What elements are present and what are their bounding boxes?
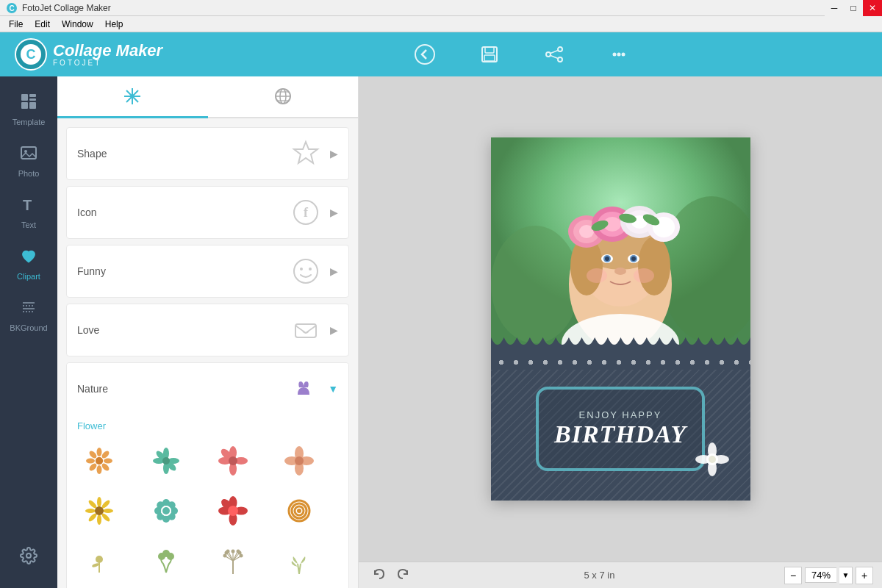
- icon-arrow: ▶: [330, 207, 338, 218]
- svg-point-11: [613, 53, 617, 57]
- sidebar-item-photo[interactable]: Photo: [0, 135, 57, 187]
- flower-item-7[interactable]: [277, 489, 321, 533]
- svg-point-139: [587, 268, 607, 283]
- logo-circle: C: [15, 38, 47, 71]
- flower-item-5[interactable]: [144, 489, 188, 533]
- zoom-in-btn[interactable]: +: [856, 567, 873, 584]
- minimize-btn[interactable]: ─: [825, 0, 844, 16]
- undo-btn[interactable]: [368, 567, 391, 584]
- zoom-out-btn[interactable]: −: [784, 567, 802, 584]
- flower-item-4[interactable]: [77, 489, 121, 533]
- menu-edit[interactable]: Edit: [29, 18, 56, 31]
- flower-item-0[interactable]: [77, 439, 121, 483]
- svg-point-120: [226, 550, 229, 553]
- svg-point-72: [97, 497, 101, 507]
- funny-label: Funny: [77, 265, 287, 277]
- tab-clipart-library[interactable]: [57, 76, 208, 118]
- maximize-btn[interactable]: □: [844, 0, 863, 16]
- flower-section: Flower: [67, 415, 348, 588]
- logo-sub: FOTOJET: [53, 59, 162, 67]
- menu-window[interactable]: Window: [56, 18, 99, 31]
- category-icon[interactable]: Icon f ▶: [66, 186, 349, 239]
- flower-item-11[interactable]: [277, 539, 321, 583]
- logo-c-letter: C: [26, 47, 36, 62]
- panel-tabs: [57, 76, 358, 118]
- flower-item-9[interactable]: [144, 539, 188, 583]
- icon-label: Icon: [77, 207, 287, 218]
- svg-point-41: [300, 268, 303, 270]
- settings-icon: [20, 547, 37, 569]
- window-title: FotoJet Collage Maker: [22, 3, 111, 13]
- svg-point-115: [231, 550, 234, 553]
- svg-rect-19: [21, 147, 36, 159]
- svg-line-10: [551, 56, 558, 59]
- text-label: Text: [21, 220, 36, 229]
- photo-svg: [491, 137, 750, 355]
- funny-arrow: ▶: [330, 265, 338, 277]
- svg-point-131: [638, 237, 670, 295]
- menu-help[interactable]: Help: [99, 18, 129, 31]
- photo-label: Photo: [18, 169, 40, 178]
- canvas-size-display: 5 x 7 in: [415, 570, 784, 581]
- clipart-label: Clipart: [17, 272, 40, 281]
- menu-file[interactable]: File: [3, 18, 29, 31]
- flower-item-10[interactable]: [211, 539, 255, 583]
- flower-item-8[interactable]: [77, 539, 121, 583]
- save-btn[interactable]: [479, 44, 500, 65]
- photo-icon: [20, 144, 37, 166]
- category-shape[interactable]: Shape ▶: [66, 127, 349, 180]
- redo-btn[interactable]: [391, 567, 415, 584]
- flower-item-3[interactable]: [277, 439, 321, 483]
- bkground-icon: [20, 298, 37, 320]
- category-love[interactable]: Love ▶: [66, 304, 349, 356]
- more-btn[interactable]: [609, 44, 629, 65]
- svg-marker-37: [294, 142, 318, 163]
- sidebar-item-template[interactable]: Template: [0, 84, 57, 135]
- sidebar-item-clipart[interactable]: Clipart: [0, 238, 57, 290]
- svg-rect-18: [29, 102, 36, 109]
- flower-item-1[interactable]: [144, 439, 188, 483]
- svg-point-47: [86, 459, 95, 464]
- svg-rect-14: [21, 94, 28, 101]
- left-sidebar: Template Photo T Text Clipart: [0, 76, 57, 588]
- text-icon: T: [20, 196, 37, 218]
- shape-preview: [287, 135, 324, 172]
- flower-item-6[interactable]: [211, 489, 255, 533]
- toolbar-center: [176, 44, 867, 65]
- tab-web[interactable]: [208, 76, 359, 118]
- header-toolbar: C Collage Maker FOTOJET: [0, 32, 882, 76]
- category-nature: Nature ▼: [66, 362, 349, 588]
- svg-point-52: [101, 462, 110, 472]
- canvas-card: ENJOY HAPPY BIRTHDAY: [491, 137, 750, 501]
- flower-item-2[interactable]: [211, 439, 255, 483]
- globe-icon: [273, 87, 293, 106]
- save-icon: [479, 44, 500, 65]
- sidebar-item-bkground[interactable]: BKGround: [0, 290, 57, 341]
- zoom-dropdown-btn[interactable]: ▼: [839, 567, 853, 584]
- svg-point-66: [229, 456, 237, 465]
- svg-point-100: [297, 509, 301, 513]
- close-btn[interactable]: ✕: [863, 0, 882, 16]
- card-photo: [491, 137, 750, 355]
- category-funny[interactable]: Funny ▶: [66, 245, 349, 298]
- svg-point-12: [617, 53, 621, 57]
- back-icon: [415, 44, 435, 65]
- svg-rect-15: [29, 94, 36, 97]
- settings-btn[interactable]: [0, 538, 57, 581]
- svg-point-71: [295, 456, 304, 465]
- svg-point-60: [162, 457, 170, 465]
- svg-point-13: [622, 53, 625, 57]
- enjoy-text: ENJOY HAPPY: [579, 409, 662, 420]
- logo-inner: C: [21, 44, 41, 65]
- birthday-frame: ENJOY HAPPY BIRTHDAY: [536, 387, 705, 471]
- back-btn[interactable]: [415, 44, 435, 65]
- clipart-panel: Shape ▶ Icon f ▶ Funny: [57, 76, 359, 588]
- sidebar-item-text[interactable]: T Text: [0, 187, 57, 238]
- shape-arrow: ▶: [330, 148, 338, 159]
- svg-point-80: [95, 506, 104, 515]
- svg-point-48: [104, 459, 112, 464]
- clipart-icon: [20, 247, 37, 269]
- svg-point-138: [614, 268, 626, 275]
- share-btn[interactable]: [544, 44, 564, 65]
- nature-header[interactable]: Nature ▼: [67, 363, 348, 415]
